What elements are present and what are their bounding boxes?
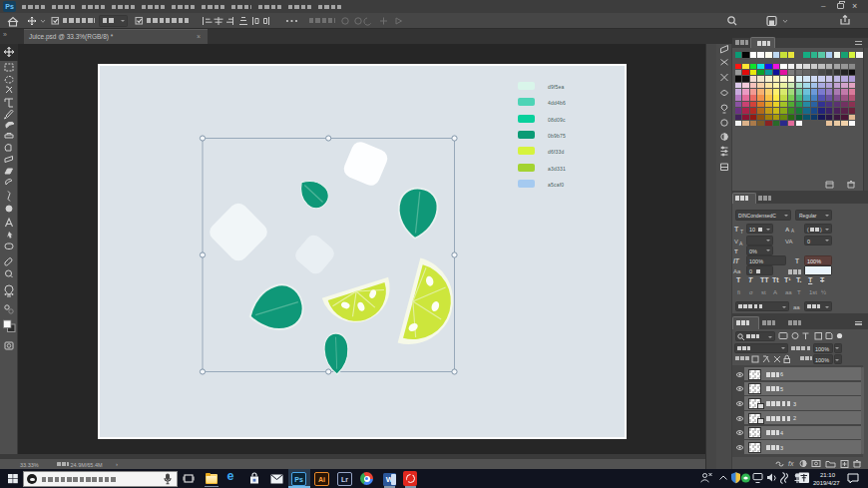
svg-text:fx: fx [788,460,794,467]
